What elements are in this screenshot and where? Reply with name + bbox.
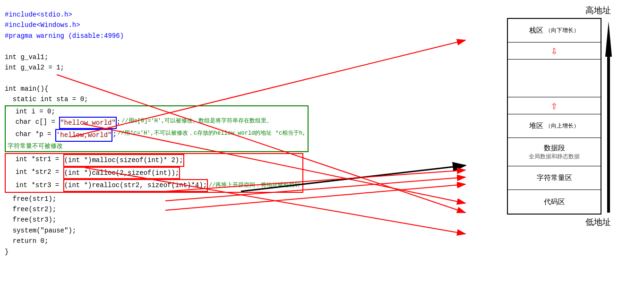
code-section: #include<stdio.h> #include<Windows.h> #p…: [0, 0, 425, 301]
blank1: [5, 41, 421, 52]
char-p-comment: //用*c='H',不可以被修改，c存放的hellow world的地址 *c相…: [118, 129, 306, 138]
str2-calloc: (int *)calloc(2,sizeof(int));: [63, 167, 180, 179]
up-arrow-icon: ⇧: [551, 99, 558, 112]
stack-arrow-row: ⇩: [508, 43, 601, 60]
int-i: int i = 0;: [8, 106, 306, 117]
memory-diagram: 高地址 栈区 （向下增长） ⇩ ⇧: [507, 5, 616, 228]
str1-code: int *str1 =: [8, 154, 63, 166]
char-p-string: 'hellow,world": [55, 129, 113, 141]
down-arrow-icon: ⇩: [551, 44, 558, 58]
free2: free(str2);: [5, 204, 421, 215]
large-arrow-container: [601, 18, 616, 215]
green-box: int i = 0; char c[] = "hellow world";//用…: [5, 105, 309, 153]
high-address-label: 高地址: [585, 5, 611, 16]
pragma: #pragma warning (disable:4996): [5, 31, 421, 41]
char-const-comment: 字符常量不可被修改: [8, 142, 306, 152]
char-p-semi: ;: [112, 129, 116, 139]
large-arrow-svg: [601, 19, 616, 214]
str3-line: int *str3 = (int *)realloc(str2, sizeof(…: [8, 179, 301, 191]
char-c-string: "hellow world": [59, 117, 117, 129]
main-container: #include<stdio.h> #include<Windows.h> #p…: [0, 0, 644, 301]
char-c-code: char c[] =: [8, 117, 59, 127]
blank2: [5, 73, 421, 83]
char-c-line: char c[] = "hellow world";//用c[0]='H',可以…: [8, 117, 306, 129]
main-func: int main(){: [5, 84, 421, 94]
include1: #include<stdio.h>: [5, 9, 421, 20]
data-section: 数据段 全局数据和静态数据: [508, 138, 601, 166]
str2-line: int *str2 = (int *)calloc(2,sizeof(int))…: [8, 167, 301, 179]
code-label: 代码区: [544, 198, 565, 206]
char-p-code: char *p =: [8, 129, 55, 139]
heap-label: 堆区: [529, 121, 543, 130]
stack-section: 栈区 （向下增长）: [508, 19, 601, 43]
large-arrow-shape: [605, 21, 612, 213]
system-line: system("pause");: [5, 225, 421, 236]
data-label: 数据段: [544, 144, 565, 153]
heap-section: 堆区 （向上增长）: [508, 114, 601, 138]
close-brace: }: [5, 247, 421, 257]
stack-label: 栈区: [529, 26, 543, 35]
const-section: 字符常量区: [508, 166, 601, 190]
code-section-mem: 代码区: [508, 190, 601, 214]
return-line: return 0;: [5, 236, 421, 246]
red-box: int *str1 = (int *)malloc(sizeof(int)* 2…: [5, 153, 303, 192]
heap-sublabel: （向上增长）: [545, 122, 579, 130]
str1-malloc: (int *)malloc(sizeof(int)* 2);: [63, 154, 184, 166]
free1: free(str1);: [5, 194, 421, 204]
gval1: int g_val1;: [5, 52, 421, 62]
char-p-line: char *p = 'hellow,world";//用*c='H',不可以被修…: [8, 129, 306, 141]
gval2: int g_val2 = 1;: [5, 62, 421, 73]
heap-arrow-row: ⇧: [508, 97, 601, 114]
memory-layout: 栈区 （向下增长） ⇩ ⇧ 堆区 （向上增长）: [507, 18, 616, 215]
char-c-semi: ;: [117, 117, 120, 127]
stack-sublabel: （向下增长）: [545, 26, 579, 34]
data-sublabel: 全局数据和静态数据: [529, 153, 580, 161]
const-label: 字符常量区: [537, 173, 572, 182]
free3: free(str3);: [5, 215, 421, 225]
middle-spacer: [508, 60, 601, 97]
low-address-label: 低地址: [585, 216, 611, 228]
str3-comment: //再堆上开辟空间，将地址赋给指针: [209, 181, 301, 190]
str2-code: int *str2 =: [8, 167, 63, 179]
char-c-comment: //用c[0]='H',可以被修改。数组是将字符串存在数组里。: [121, 117, 272, 126]
static-line: static int sta = 0;: [5, 94, 421, 104]
str3-realloc: (int *)realloc(str2, sizeof(int)*4);: [63, 179, 208, 191]
memory-boxes: 栈区 （向下增长） ⇩ ⇧ 堆区 （向上增长）: [507, 18, 601, 215]
include2: #include<Windows.h>: [5, 20, 421, 30]
str3-code: int *str3 =: [8, 180, 63, 190]
str1-line: int *str1 = (int *)malloc(sizeof(int)* 2…: [8, 154, 301, 166]
